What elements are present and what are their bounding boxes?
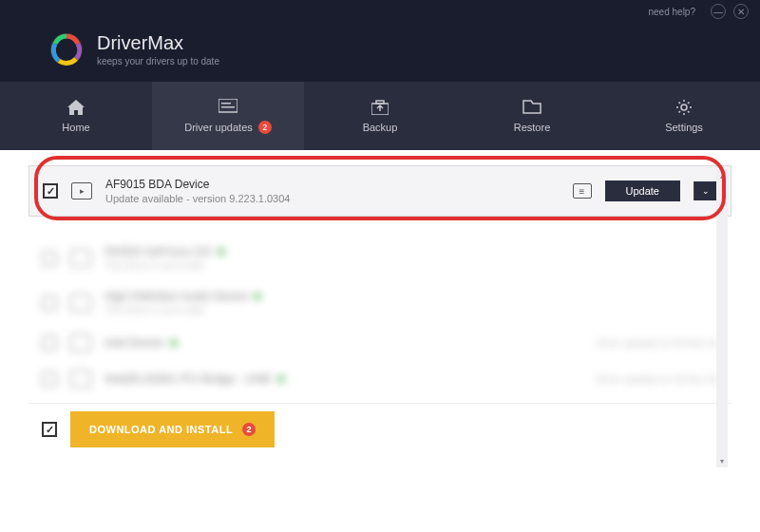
status-dot-icon xyxy=(170,339,178,347)
driver-row-highlighted[interactable]: AF9015 BDA Device Update available - ver… xyxy=(28,165,732,217)
nav-bar: Home Driver updates 2 Backup Restore Set… xyxy=(0,82,760,150)
device-monitor-icon xyxy=(71,182,92,200)
updates-icon xyxy=(218,98,238,115)
svg-rect-1 xyxy=(218,99,238,112)
list-item: Intel Device Driver updated on 03-Nov-16 xyxy=(28,325,732,361)
driver-sub: This driver is up-to-date xyxy=(104,305,261,315)
nav-label: Home xyxy=(62,122,89,133)
nav-label: Backup xyxy=(363,122,398,133)
select-all-checkbox[interactable] xyxy=(42,422,57,437)
nav-backup[interactable]: Backup xyxy=(304,82,456,150)
details-icon[interactable] xyxy=(573,183,592,199)
svg-point-6 xyxy=(681,104,687,110)
svg-rect-3 xyxy=(221,106,235,108)
driver-name: NVIDIA GeForce 210 xyxy=(104,245,212,258)
driver-checkbox[interactable] xyxy=(43,183,58,199)
nav-driver-updates[interactable]: Driver updates 2 xyxy=(152,82,304,150)
driver-status: Update available - version 9.223.1.0304 xyxy=(105,193,560,204)
help-link[interactable]: need help? xyxy=(649,7,696,17)
driver-date: Driver updated on 03-Nov-16 xyxy=(596,374,718,385)
driver-name: High Definition Audio Device xyxy=(104,290,248,303)
blurred-driver-list: NVIDIA GeForce 210 This driver is up-to-… xyxy=(28,236,732,397)
list-item: High Definition Audio Device This driver… xyxy=(28,280,732,325)
download-install-button[interactable]: DOWNLOAD AND INSTALL 2 xyxy=(70,411,275,447)
scrollbar[interactable]: ▴ ▾ xyxy=(716,169,728,467)
app-title: DriverMax xyxy=(97,32,219,54)
nav-settings[interactable]: Settings xyxy=(608,82,760,150)
svg-rect-5 xyxy=(376,101,384,104)
nav-label: Settings xyxy=(665,122,703,133)
driver-name: AF9015 BDA Device xyxy=(105,178,560,191)
brand-header: DriverMax keeps your drivers up to date xyxy=(0,23,760,82)
status-dot-icon xyxy=(277,375,285,383)
nav-label: Restore xyxy=(514,122,551,133)
list-item: NVIDIA GeForce 210 This driver is up-to-… xyxy=(28,236,732,280)
driver-checkbox xyxy=(42,371,57,387)
driver-name: Intel Device xyxy=(104,336,164,350)
driver-date: Driver updated on 03-Nov-16 xyxy=(596,338,718,349)
app-subtitle: keeps your drivers up to date xyxy=(97,56,219,66)
driver-checkbox xyxy=(42,335,57,351)
device-icon xyxy=(70,334,91,352)
list-item: Intel(R) 82801 PCI Bridge - 244E Driver … xyxy=(28,361,732,397)
updates-badge: 2 xyxy=(258,121,272,134)
content-area: AF9015 BDA Device Update available - ver… xyxy=(0,150,760,532)
app-logo-icon xyxy=(48,30,86,68)
backup-icon xyxy=(370,99,390,116)
gear-icon xyxy=(674,99,694,116)
nav-restore[interactable]: Restore xyxy=(456,82,608,150)
driver-checkbox xyxy=(42,295,57,311)
device-icon xyxy=(70,250,91,267)
device-icon xyxy=(70,370,91,388)
scroll-down-icon[interactable]: ▾ xyxy=(716,454,728,467)
nav-home[interactable]: Home xyxy=(0,82,152,150)
home-icon xyxy=(66,99,86,116)
driver-name: Intel(R) 82801 PCI Bridge - 244E xyxy=(104,372,272,386)
status-dot-icon xyxy=(218,248,225,256)
footer-row: DOWNLOAD AND INSTALL 2 xyxy=(28,403,732,455)
close-button[interactable]: ✕ xyxy=(733,4,749,19)
driver-checkbox xyxy=(42,251,57,266)
scroll-up-icon[interactable]: ▴ xyxy=(716,169,728,182)
device-icon xyxy=(70,294,91,312)
status-dot-icon xyxy=(254,293,261,300)
titlebar: need help? — ✕ xyxy=(0,0,760,23)
nav-label: Driver updates xyxy=(184,122,253,133)
update-dropdown[interactable]: ⌄ xyxy=(694,181,717,200)
download-label: DOWNLOAD AND INSTALL xyxy=(89,424,233,435)
update-button[interactable]: Update xyxy=(605,180,680,201)
svg-rect-2 xyxy=(221,103,231,104)
restore-icon xyxy=(522,99,542,116)
download-badge: 2 xyxy=(242,423,256,436)
minimize-button[interactable]: — xyxy=(711,4,726,19)
driver-sub: This driver is up-to-date xyxy=(104,260,225,271)
